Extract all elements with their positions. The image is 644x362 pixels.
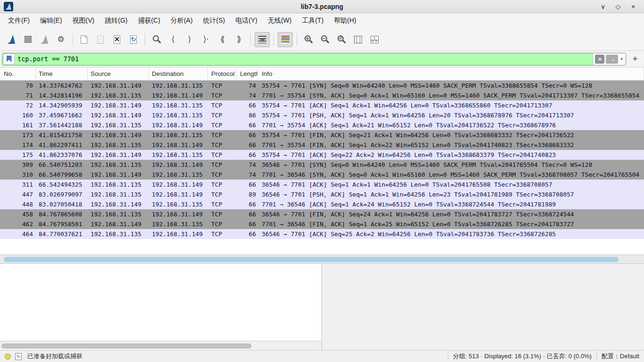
packet-list-hscrollbar[interactable]	[0, 255, 644, 264]
packet-row[interactable]: 45884.767865608192.168.31.135192.168.31.…	[0, 209, 644, 219]
cell-no: 175	[0, 150, 36, 160]
menu-item-statistics[interactable]: 统计(S)	[198, 14, 231, 27]
add-filter-button[interactable]: +	[630, 54, 640, 64]
clear-filter-icon: ×	[598, 56, 602, 63]
maximize-button[interactable]: ◇	[613, 1, 623, 12]
colorize-toggle-button[interactable]	[278, 32, 293, 47]
cell-len: 66	[236, 199, 258, 209]
zoom-reset-button[interactable]	[334, 32, 349, 47]
menu-item-analyze[interactable]: 分析(A)	[165, 14, 198, 27]
column-header-src[interactable]: Source	[88, 67, 149, 80]
packet-row[interactable]: 46484.770037621192.168.31.135192.168.31.…	[0, 229, 644, 239]
packet-row[interactable]: 7014.337624762192.168.31.149192.168.31.1…	[0, 81, 644, 90]
capture-options-button[interactable]: ⚙	[53, 32, 68, 47]
packet-row[interactable]: 17341.815421758192.168.31.149192.168.31.…	[0, 130, 644, 140]
packet-row[interactable]: 44883.027050418192.168.31.149192.168.31.…	[0, 199, 644, 209]
packet-row[interactable]: 17541.862337076192.168.31.149192.168.31.…	[0, 150, 644, 160]
cell-proto: TCP	[208, 100, 236, 110]
resize-columns-button[interactable]	[350, 32, 365, 47]
packet-row[interactable]: 7214.342905939192.168.31.149192.168.31.1…	[0, 100, 644, 110]
filter-bookmark-button[interactable]	[3, 54, 15, 65]
cell-len: 66	[236, 140, 258, 150]
zoom-out-button[interactable]	[317, 32, 332, 47]
packet-row[interactable]: 31066.540799658192.168.31.149192.168.31.…	[0, 170, 644, 180]
packet-row[interactable]: 16137.561442188192.168.31.135192.168.31.…	[0, 120, 644, 130]
expert-info-icon[interactable]	[5, 354, 11, 360]
toolbar: ⚙⟨⟩⟩·⟪⟫	[0, 28, 644, 51]
cell-src: 192.168.31.135	[88, 180, 149, 189]
packet-details-hscrollbar[interactable]	[0, 341, 322, 350]
menu-item-capture[interactable]: 捕获(C)	[132, 14, 165, 27]
cell-dst: 192.168.31.149	[149, 189, 208, 199]
previous-packet-button[interactable]: ⟨	[165, 32, 181, 47]
open-file-button[interactable]	[76, 32, 91, 47]
menu-item-tools[interactable]: 工具(T)	[297, 14, 329, 27]
menubar: 文件(F)编辑(E)视图(V)跳转(G)捕获(C)分析(A)统计(S)电话(Y)…	[0, 13, 644, 28]
column-header-dst[interactable]: Destination	[149, 67, 208, 80]
packet-details-hscrollbar-thumb[interactable]	[1, 344, 251, 348]
save-file-button[interactable]	[93, 32, 108, 47]
capture-comment-icon[interactable]: ✎	[15, 353, 22, 360]
goto-packet-button[interactable]: ⟩·	[198, 32, 214, 47]
cell-dst: 192.168.31.149	[149, 140, 208, 150]
first-packet-button[interactable]: ⟪	[215, 32, 230, 47]
filter-dropdown-button[interactable]: ▾	[619, 57, 624, 61]
stop-capture-button[interactable]	[20, 32, 35, 47]
next-packet-button[interactable]: ⟩	[182, 32, 197, 47]
packet-row[interactable]: 44783.026979097192.168.31.135192.168.31.…	[0, 189, 644, 199]
find-packet-button[interactable]	[149, 32, 164, 47]
statusbar-right: 分组: 513 · Displayed: 16 (3.1%) · 已丢弃: 0 …	[448, 352, 639, 361]
window-controls: ∨ ◇ ×	[598, 1, 644, 12]
start-capture-button[interactable]	[4, 32, 19, 47]
cell-time: 14.342814196	[36, 90, 88, 100]
save-file-icon	[97, 35, 104, 44]
menu-item-go[interactable]: 跳转(G)	[99, 14, 132, 27]
cell-time: 41.815421758	[36, 130, 88, 140]
auto-scroll-toggle-button[interactable]	[255, 32, 270, 47]
cell-time: 14.342905939	[36, 100, 88, 110]
packet-list-hscrollbar-thumb[interactable]	[4, 257, 619, 262]
packet-row[interactable]: 31166.542494325192.168.31.135192.168.31.…	[0, 180, 644, 189]
profile-selector[interactable]: 配置：Default	[602, 352, 639, 361]
apply-filter-button[interactable]: →	[606, 55, 618, 64]
toolbar-separator	[297, 33, 297, 46]
layout-123-button[interactable]	[367, 32, 382, 47]
close-file-button[interactable]	[109, 32, 124, 47]
packet-row[interactable]: 17441.862297411192.168.31.135192.168.31.…	[0, 140, 644, 150]
menu-item-file[interactable]: 文件(F)	[3, 14, 35, 27]
cell-len: 66	[236, 219, 258, 229]
cell-dst: 192.168.31.135	[149, 130, 208, 140]
cell-src: 192.168.31.135	[88, 209, 149, 219]
column-header-proto[interactable]: Protocol	[208, 67, 236, 80]
column-header-len[interactable]: Length	[236, 67, 258, 80]
menu-item-view[interactable]: 视图(V)	[67, 14, 100, 27]
column-header-info[interactable]: Info	[258, 67, 644, 80]
plus-icon: +	[632, 54, 637, 64]
menu-item-help[interactable]: 帮助(H)	[329, 14, 361, 27]
packet-row[interactable]: 7114.342814196192.168.31.135192.168.31.1…	[0, 90, 644, 100]
restart-capture-button[interactable]	[37, 32, 52, 47]
chevron-down-icon: ▾	[620, 57, 623, 61]
close-button[interactable]: ×	[628, 1, 638, 12]
menu-item-wireless[interactable]: 无线(W)	[263, 14, 297, 27]
column-header-time[interactable]: Time	[36, 67, 88, 80]
last-packet-button[interactable]: ⟫	[231, 32, 247, 47]
packet-bytes-pane	[322, 264, 644, 350]
menu-item-telephony[interactable]: 电话(Y)	[230, 14, 263, 27]
column-header-no[interactable]: No.	[0, 67, 36, 80]
packet-row[interactable]: 30966.540751203192.168.31.135192.168.31.…	[0, 160, 644, 170]
zoom-in-button[interactable]	[301, 32, 316, 47]
menu-item-edit[interactable]: 编辑(E)	[35, 14, 67, 27]
toolbar-separator	[273, 33, 274, 46]
cell-len: 86	[236, 110, 258, 120]
packet-row[interactable]: 16037.459671662192.168.31.149192.168.31.…	[0, 110, 644, 120]
packet-row[interactable]: 46284.767958501192.168.31.149192.168.31.…	[0, 219, 644, 229]
bookmark-icon	[7, 56, 12, 62]
display-filter-input[interactable]	[15, 53, 593, 65]
cell-time: 37.459671662	[36, 110, 88, 120]
reload-file-button[interactable]	[126, 32, 141, 47]
cell-no: 70	[0, 81, 36, 90]
cell-info: 7701 → 36546 [SYN, ACK] Seq=0 Ack=1 Win=…	[258, 170, 644, 180]
clear-filter-button[interactable]: ×	[595, 55, 604, 64]
minimize-button[interactable]: ∨	[598, 1, 608, 12]
